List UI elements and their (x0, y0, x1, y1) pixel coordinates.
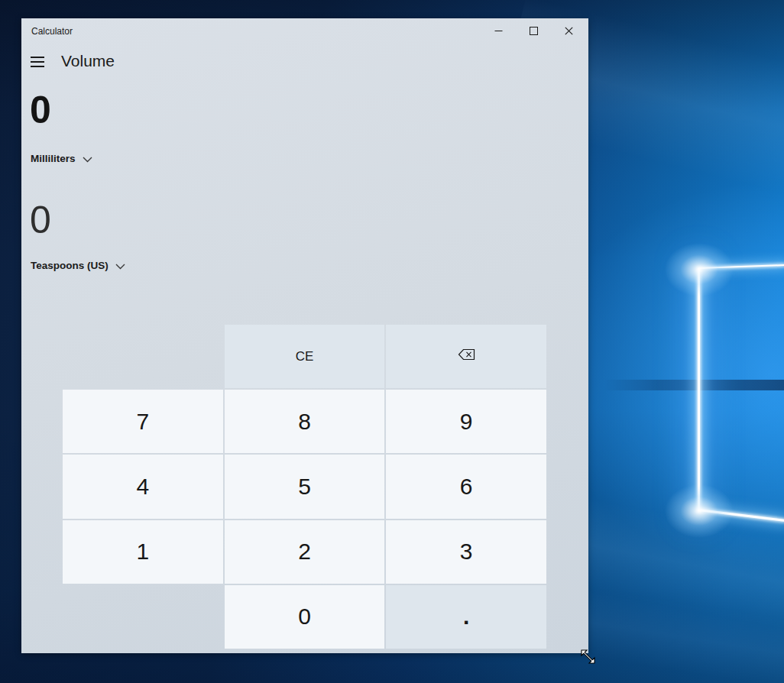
key-9[interactable]: 9 (386, 390, 546, 453)
windows-logo-edge (698, 509, 784, 522)
titlebar[interactable]: Calculator (21, 18, 588, 43)
hamburger-menu-button[interactable] (28, 52, 49, 72)
key-6[interactable]: 6 (386, 455, 546, 518)
minimize-icon (494, 27, 503, 35)
hamburger-icon (31, 61, 44, 63)
converter-input-value[interactable]: 0 (30, 89, 51, 131)
key-5[interactable]: 5 (225, 455, 385, 518)
maximize-button[interactable] (516, 20, 551, 42)
key-8[interactable]: 8 (225, 390, 385, 453)
key-4[interactable]: 4 (63, 455, 223, 518)
window-title: Calculator (31, 26, 73, 37)
unit-selector-milliliters[interactable]: Milliliters (31, 153, 92, 164)
clear-entry-button[interactable]: CE (225, 325, 385, 388)
hamburger-icon (31, 66, 44, 67)
close-button[interactable] (551, 20, 586, 42)
key-decimal[interactable]: . (386, 585, 546, 649)
chevron-down-icon (83, 155, 92, 163)
key-1[interactable]: 1 (63, 520, 223, 584)
key-7[interactable]: 7 (63, 390, 223, 453)
page-title: Volume (61, 52, 115, 70)
keypad-spacer (63, 585, 223, 649)
unit-label: Milliliters (31, 153, 76, 164)
calculator-window: Calculator (21, 18, 588, 653)
unit-label: Teaspoons (US) (31, 260, 109, 271)
backspace-button[interactable] (386, 325, 546, 388)
desktop-wallpaper: Calculator (0, 0, 784, 683)
keypad: CE 7 8 9 4 5 6 1 2 3 0 . (63, 325, 546, 649)
keypad-spacer (63, 325, 223, 388)
chevron-down-icon (115, 262, 125, 270)
maximize-icon (530, 27, 538, 35)
backspace-icon (458, 348, 475, 365)
windows-logo-edge (698, 264, 784, 269)
close-icon (565, 27, 573, 35)
windows-logo-pane-gap (604, 380, 784, 390)
minimize-button[interactable] (481, 20, 516, 42)
window-controls (481, 20, 586, 42)
key-0[interactable]: 0 (225, 585, 385, 649)
converter-output-value[interactable]: 0 (30, 199, 51, 241)
windows-logo-edge (698, 268, 700, 511)
hamburger-icon (31, 57, 44, 58)
key-3[interactable]: 3 (386, 520, 546, 584)
key-2[interactable]: 2 (225, 520, 385, 584)
unit-selector-teaspoons[interactable]: Teaspoons (US) (31, 260, 125, 271)
